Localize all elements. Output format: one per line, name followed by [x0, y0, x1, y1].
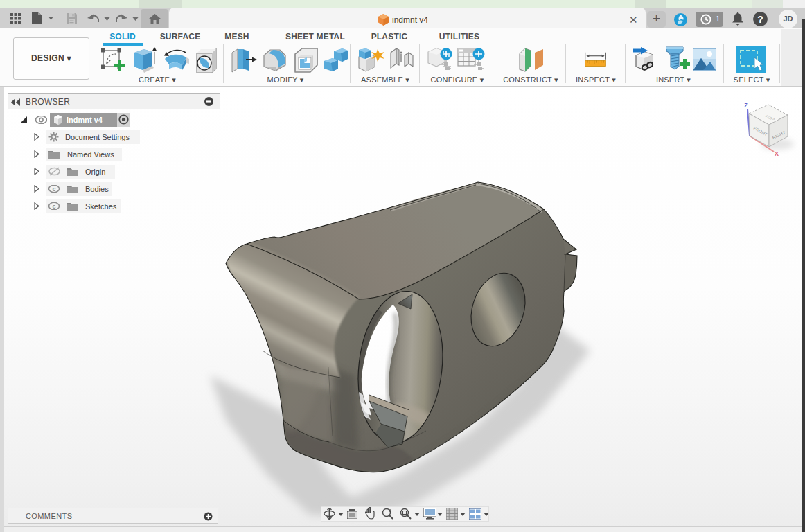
svg-text:X: X: [775, 150, 779, 157]
svg-text:c: c: [52, 186, 55, 193]
svg-text:c: c: [52, 203, 55, 210]
svg-text:Z: Z: [744, 102, 748, 109]
svg-text:?: ?: [757, 14, 763, 25]
